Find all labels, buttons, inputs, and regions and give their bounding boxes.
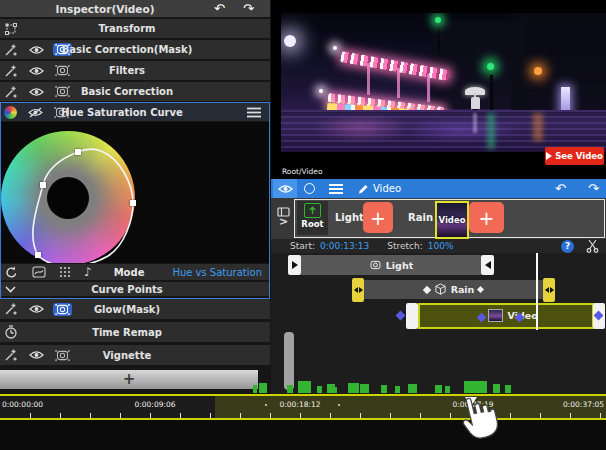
tab-rain[interactable]: Rain <box>408 212 433 223</box>
video-preview[interactable]: See Video <box>271 0 606 168</box>
inspector-panel: Inspector(Video) ↶ ↷ Transform Basic Cor… <box>0 0 271 394</box>
ruler-tick <box>120 413 121 418</box>
handle-arrow-icon <box>550 287 554 293</box>
tab-video-label: Video <box>438 215 465 225</box>
handle-arrow-icon <box>292 261 298 269</box>
effect-label: Vignette <box>0 350 254 361</box>
clip-handle-right[interactable] <box>481 255 494 275</box>
see-video-label: See Video <box>555 151 603 161</box>
effect-label: Basic Correction <box>0 86 254 97</box>
ruler-tick <box>450 413 451 418</box>
add-layer-button[interactable]: + <box>469 202 504 233</box>
orange-reflection <box>533 113 543 141</box>
tab-light[interactable]: Light <box>335 212 364 223</box>
undo-icon[interactable]: ↶ <box>214 1 225 16</box>
transport-bar: 0:00:29:05 ? <box>0 420 606 450</box>
object-visibility-button[interactable] <box>273 179 297 198</box>
clip-rain[interactable]: Rain <box>364 280 543 299</box>
redo-icon[interactable]: ↷ <box>588 181 599 196</box>
eye-icon <box>278 184 293 194</box>
stretch-label: Stretch: <box>387 241 423 251</box>
curve-control-point[interactable] <box>75 149 81 155</box>
timeline-tracks: Light Rain Video <box>271 253 606 394</box>
chevron-right-icon[interactable]: > <box>279 215 288 228</box>
start-label: Start: <box>290 241 315 251</box>
active-object-name: Video <box>373 183 401 194</box>
object-toolbar: Video ↶ ↷ <box>271 179 606 198</box>
clip-handle-left[interactable] <box>288 255 301 275</box>
clip-properties-row: Start: 0:00:13:13 Stretch: 100% ? <box>271 239 606 253</box>
ruler-tick <box>90 413 91 418</box>
ruler-tick <box>30 413 31 418</box>
layer-tabs-container: Root Light + Rain Video + <box>294 199 605 238</box>
ruler-tick <box>360 413 361 418</box>
mode-label: Mode <box>114 267 145 278</box>
effect-row-hue-saturation-curve[interactable]: Hue Saturation Curve <box>0 103 270 121</box>
effect-row-basic-correction[interactable]: Basic Correction <box>0 82 270 101</box>
tab-root[interactable]: Root <box>297 201 328 235</box>
help-icon[interactable]: ? <box>561 240 574 253</box>
reset-icon[interactable] <box>5 266 18 279</box>
inspector-title: Inspector(Video) <box>0 3 210 15</box>
clip-trim-handle[interactable] <box>543 278 555 302</box>
timeline-playhead-line[interactable] <box>536 253 538 330</box>
white-reflection <box>473 113 477 133</box>
green-reflection <box>487 113 495 149</box>
effect-row-vignette[interactable]: Vignette <box>0 345 270 365</box>
clip-light[interactable]: Light <box>301 255 481 275</box>
effect-row-time-remap[interactable]: Time Remap <box>0 322 270 342</box>
undo-icon[interactable]: ↶ <box>555 181 566 196</box>
rename-pencil-icon[interactable] <box>357 183 369 195</box>
hue-curve[interactable] <box>0 122 270 263</box>
ruler-tick <box>390 413 391 418</box>
clip-video-selected[interactable]: Video <box>418 303 594 329</box>
effect-row-basic-correction-mask[interactable]: Basic Correction(Mask) <box>0 40 270 59</box>
pink-reflection <box>311 113 411 143</box>
neon-pillar <box>427 74 430 102</box>
redo-icon[interactable]: ↷ <box>243 1 254 16</box>
mode-value[interactable]: Hue vs Saturation <box>172 267 262 278</box>
star-light <box>333 46 337 50</box>
music-note-icon[interactable]: ♪ <box>84 265 92 279</box>
circle-mask-icon[interactable] <box>304 183 315 194</box>
curve-points-row[interactable]: Curve Points <box>0 282 270 296</box>
ruler-ticks <box>0 396 606 418</box>
hue-saturation-wheel-panel[interactable] <box>0 122 270 263</box>
clip-handle-right[interactable] <box>593 303 605 329</box>
traffic-light-green <box>487 63 494 70</box>
tab-root-label: Root <box>297 219 328 229</box>
clip-trim-handle[interactable] <box>352 278 364 302</box>
timeline-minimap[interactable]: 0:00:00:000:00:09:060:00:18:120:00:27:19… <box>0 394 606 420</box>
tracks-scrollbar[interactable] <box>284 332 294 390</box>
building-silhouette <box>431 21 526 109</box>
breadcrumb[interactable]: Root/Video <box>282 167 323 176</box>
menu-icon[interactable] <box>246 107 262 118</box>
layer-tabs-area: > Root Light + Rain Video + <box>271 198 606 239</box>
effect-row-transform[interactable]: Transform <box>0 19 270 38</box>
add-layer-button[interactable]: + <box>363 202 393 233</box>
dots-pattern-icon[interactable] <box>59 266 71 278</box>
tab-video-active[interactable]: Video <box>435 201 469 239</box>
curve-control-point[interactable] <box>40 182 46 188</box>
effect-label: Time Remap <box>0 327 254 338</box>
effect-row-glow-mask[interactable]: Glow(Mask) <box>0 299 270 319</box>
ruler-tick <box>60 413 61 418</box>
ruler-tick <box>600 413 601 418</box>
menu-icon[interactable] <box>328 183 344 195</box>
effect-row-filters[interactable]: Filters <box>0 61 270 80</box>
curve-control-point[interactable] <box>130 200 136 206</box>
ruler-tick <box>180 413 181 418</box>
keyframe-diamond[interactable] <box>396 311 406 321</box>
purple-reflection <box>401 117 521 143</box>
stretch-value[interactable]: 100% <box>428 241 454 251</box>
see-video-button[interactable]: See Video <box>545 147 604 165</box>
clip-handle-left[interactable] <box>406 303 418 329</box>
keyframe-diamond[interactable] <box>476 313 486 323</box>
curve-control-point[interactable] <box>35 252 41 258</box>
ruler-tick <box>330 413 331 418</box>
start-value[interactable]: 0:00:13:13 <box>320 241 369 251</box>
curve-graph-icon[interactable] <box>32 266 46 278</box>
scissors-icon[interactable] <box>586 239 599 253</box>
effect-label: Filters <box>0 65 254 76</box>
add-effect-button[interactable]: + <box>0 370 258 389</box>
